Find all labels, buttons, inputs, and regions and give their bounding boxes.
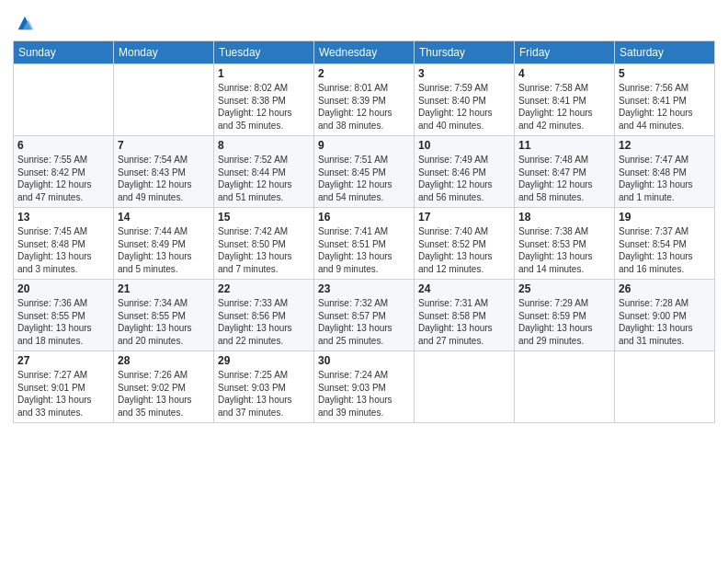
day-number: 21	[118, 282, 210, 295]
calendar-week-row: 1Sunrise: 8:02 AM Sunset: 8:38 PM Daylig…	[14, 64, 715, 136]
calendar-day-cell: 23Sunrise: 7:32 AM Sunset: 8:57 PM Dayli…	[314, 280, 415, 351]
day-number: 18	[518, 211, 610, 224]
day-info: Sunrise: 7:27 AM Sunset: 9:01 PM Dayligh…	[17, 369, 109, 419]
calendar-day-cell: 20Sunrise: 7:36 AM Sunset: 8:55 PM Dayli…	[14, 280, 114, 351]
day-info: Sunrise: 7:51 AM Sunset: 8:45 PM Dayligh…	[318, 154, 410, 203]
day-number: 14	[118, 211, 210, 224]
day-info: Sunrise: 7:24 AM Sunset: 9:03 PM Dayligh…	[318, 369, 410, 419]
calendar-day-header: Thursday	[415, 41, 515, 64]
day-number: 26	[619, 282, 711, 295]
calendar-day-header: Friday	[515, 41, 615, 64]
day-info: Sunrise: 7:32 AM Sunset: 8:57 PM Dayligh…	[318, 297, 410, 347]
day-info: Sunrise: 7:47 AM Sunset: 8:48 PM Dayligh…	[619, 154, 711, 203]
day-number: 11	[518, 139, 610, 152]
page-container: SundayMondayTuesdayWednesdayThursdayFrid…	[0, 0, 728, 563]
day-info: Sunrise: 7:33 AM Sunset: 8:56 PM Dayligh…	[218, 297, 310, 347]
calendar-day-cell: 27Sunrise: 7:27 AM Sunset: 9:01 PM Dayli…	[14, 351, 114, 423]
calendar-week-row: 6Sunrise: 7:55 AM Sunset: 8:42 PM Daylig…	[14, 136, 715, 208]
day-number: 30	[318, 354, 410, 367]
day-info: Sunrise: 7:38 AM Sunset: 8:53 PM Dayligh…	[518, 225, 610, 275]
calendar-table: SundayMondayTuesdayWednesdayThursdayFrid…	[13, 40, 715, 423]
calendar-day-cell: 24Sunrise: 7:31 AM Sunset: 8:58 PM Dayli…	[415, 280, 515, 351]
day-number: 3	[418, 67, 510, 80]
day-number: 1	[218, 67, 310, 80]
calendar-day-cell: 3Sunrise: 7:59 AM Sunset: 8:40 PM Daylig…	[415, 64, 515, 136]
day-number: 19	[619, 211, 711, 224]
day-number: 22	[218, 282, 310, 295]
day-number: 27	[17, 354, 109, 367]
day-info: Sunrise: 7:37 AM Sunset: 8:54 PM Dayligh…	[619, 225, 711, 275]
day-info: Sunrise: 7:41 AM Sunset: 8:51 PM Dayligh…	[318, 225, 410, 275]
day-info: Sunrise: 7:55 AM Sunset: 8:42 PM Dayligh…	[17, 154, 109, 203]
calendar-day-cell: 2Sunrise: 8:01 AM Sunset: 8:39 PM Daylig…	[314, 64, 415, 136]
calendar-day-cell: 16Sunrise: 7:41 AM Sunset: 8:51 PM Dayli…	[314, 208, 415, 280]
day-number: 13	[17, 211, 109, 224]
calendar-day-cell: 29Sunrise: 7:25 AM Sunset: 9:03 PM Dayli…	[214, 351, 314, 423]
calendar-day-header: Saturday	[615, 41, 715, 64]
day-info: Sunrise: 7:40 AM Sunset: 8:52 PM Dayligh…	[418, 225, 510, 275]
logo	[13, 13, 35, 33]
calendar-day-cell: 25Sunrise: 7:29 AM Sunset: 8:59 PM Dayli…	[515, 280, 615, 351]
day-info: Sunrise: 7:58 AM Sunset: 8:41 PM Dayligh…	[518, 82, 610, 132]
day-info: Sunrise: 7:49 AM Sunset: 8:46 PM Dayligh…	[418, 154, 510, 203]
day-info: Sunrise: 7:34 AM Sunset: 8:55 PM Dayligh…	[118, 297, 210, 347]
calendar-day-cell: 26Sunrise: 7:28 AM Sunset: 9:00 PM Dayli…	[615, 280, 715, 351]
day-info: Sunrise: 7:25 AM Sunset: 9:03 PM Dayligh…	[218, 369, 310, 419]
calendar-day-cell: 10Sunrise: 7:49 AM Sunset: 8:46 PM Dayli…	[415, 136, 515, 208]
calendar-week-row: 27Sunrise: 7:27 AM Sunset: 9:01 PM Dayli…	[14, 351, 715, 423]
day-info: Sunrise: 8:01 AM Sunset: 8:39 PM Dayligh…	[318, 82, 410, 132]
calendar-day-cell: 30Sunrise: 7:24 AM Sunset: 9:03 PM Dayli…	[314, 351, 415, 423]
logo-icon	[15, 13, 35, 33]
calendar-day-cell: 12Sunrise: 7:47 AM Sunset: 8:48 PM Dayli…	[615, 136, 715, 208]
day-number: 9	[318, 139, 410, 152]
calendar-day-cell	[515, 351, 615, 423]
day-number: 15	[218, 211, 310, 224]
day-number: 29	[218, 354, 310, 367]
day-number: 28	[118, 354, 210, 367]
day-number: 10	[418, 139, 510, 152]
day-info: Sunrise: 7:59 AM Sunset: 8:40 PM Dayligh…	[418, 82, 510, 132]
calendar-week-row: 13Sunrise: 7:45 AM Sunset: 8:48 PM Dayli…	[14, 208, 715, 280]
calendar-day-cell	[114, 64, 214, 136]
day-number: 2	[318, 67, 410, 80]
calendar-day-header: Monday	[114, 41, 214, 64]
day-info: Sunrise: 7:28 AM Sunset: 9:00 PM Dayligh…	[619, 297, 711, 347]
calendar-day-cell: 13Sunrise: 7:45 AM Sunset: 8:48 PM Dayli…	[14, 208, 114, 280]
day-info: Sunrise: 7:42 AM Sunset: 8:50 PM Dayligh…	[218, 225, 310, 275]
calendar-day-cell: 22Sunrise: 7:33 AM Sunset: 8:56 PM Dayli…	[214, 280, 314, 351]
day-number: 23	[318, 282, 410, 295]
day-number: 7	[118, 139, 210, 152]
calendar-day-cell	[415, 351, 515, 423]
calendar-week-row: 20Sunrise: 7:36 AM Sunset: 8:55 PM Dayli…	[14, 280, 715, 351]
day-info: Sunrise: 8:02 AM Sunset: 8:38 PM Dayligh…	[218, 82, 310, 132]
day-number: 4	[518, 67, 610, 80]
calendar-day-cell: 5Sunrise: 7:56 AM Sunset: 8:41 PM Daylig…	[615, 64, 715, 136]
calendar-day-header: Sunday	[14, 41, 114, 64]
day-info: Sunrise: 7:31 AM Sunset: 8:58 PM Dayligh…	[418, 297, 510, 347]
day-info: Sunrise: 7:26 AM Sunset: 9:02 PM Dayligh…	[118, 369, 210, 419]
day-info: Sunrise: 7:48 AM Sunset: 8:47 PM Dayligh…	[518, 154, 610, 203]
calendar-day-header: Tuesday	[214, 41, 314, 64]
calendar-day-cell: 7Sunrise: 7:54 AM Sunset: 8:43 PM Daylig…	[114, 136, 214, 208]
day-info: Sunrise: 7:54 AM Sunset: 8:43 PM Dayligh…	[118, 154, 210, 203]
calendar-day-header: Wednesday	[314, 41, 415, 64]
calendar-day-cell: 9Sunrise: 7:51 AM Sunset: 8:45 PM Daylig…	[314, 136, 415, 208]
day-info: Sunrise: 7:44 AM Sunset: 8:49 PM Dayligh…	[118, 225, 210, 275]
day-info: Sunrise: 7:56 AM Sunset: 8:41 PM Dayligh…	[619, 82, 711, 132]
day-number: 6	[17, 139, 109, 152]
day-info: Sunrise: 7:52 AM Sunset: 8:44 PM Dayligh…	[218, 154, 310, 203]
calendar-day-cell: 19Sunrise: 7:37 AM Sunset: 8:54 PM Dayli…	[615, 208, 715, 280]
calendar-day-cell: 8Sunrise: 7:52 AM Sunset: 8:44 PM Daylig…	[214, 136, 314, 208]
day-number: 16	[318, 211, 410, 224]
day-number: 5	[619, 67, 711, 80]
day-info: Sunrise: 7:29 AM Sunset: 8:59 PM Dayligh…	[518, 297, 610, 347]
calendar-day-cell: 28Sunrise: 7:26 AM Sunset: 9:02 PM Dayli…	[114, 351, 214, 423]
calendar-day-cell: 21Sunrise: 7:34 AM Sunset: 8:55 PM Dayli…	[114, 280, 214, 351]
day-info: Sunrise: 7:45 AM Sunset: 8:48 PM Dayligh…	[17, 225, 109, 275]
calendar-day-cell: 11Sunrise: 7:48 AM Sunset: 8:47 PM Dayli…	[515, 136, 615, 208]
day-info: Sunrise: 7:36 AM Sunset: 8:55 PM Dayligh…	[17, 297, 109, 347]
page-header	[13, 9, 715, 33]
day-number: 17	[418, 211, 510, 224]
calendar-day-cell: 6Sunrise: 7:55 AM Sunset: 8:42 PM Daylig…	[14, 136, 114, 208]
calendar-day-cell	[615, 351, 715, 423]
